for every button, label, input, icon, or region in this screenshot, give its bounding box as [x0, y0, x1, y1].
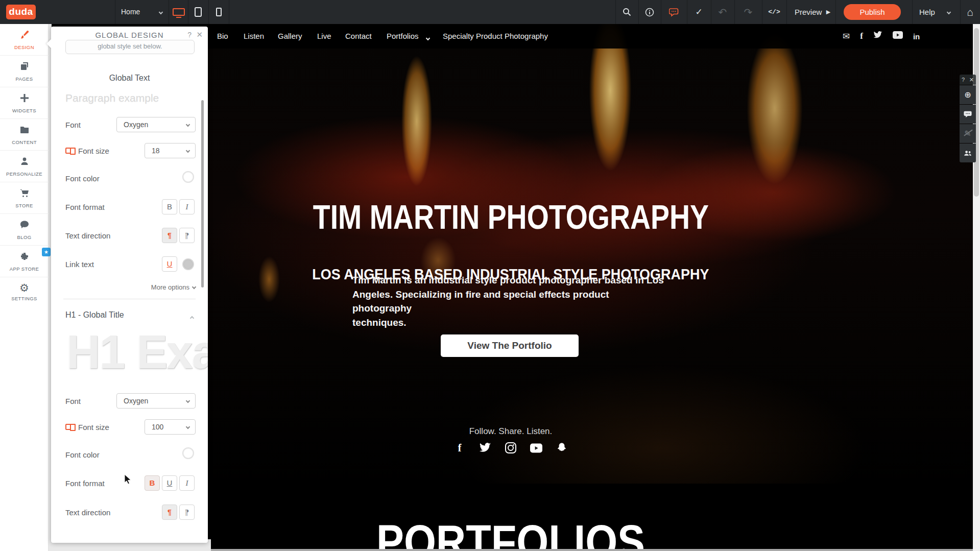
page-selector[interactable]: Home: [121, 0, 140, 24]
dashboard-home-button[interactable]: ⌂: [960, 0, 980, 24]
email-icon[interactable]: ✉: [843, 31, 850, 42]
sidebar-item-store[interactable]: STORE: [0, 182, 49, 214]
help-menu[interactable]: Help: [919, 0, 935, 24]
h1-bold-button[interactable]: B: [145, 475, 160, 491]
divider: [229, 0, 229, 24]
chevron-down-icon[interactable]: [426, 35, 429, 40]
undo-button[interactable]: ↶: [711, 0, 734, 24]
bold-button[interactable]: B: [162, 199, 177, 214]
sidebar-item-settings[interactable]: ⚙ SETTINGS: [0, 277, 49, 309]
sidebar-item-label: PERSONALIZE: [0, 171, 49, 177]
h1-underline-button[interactable]: U: [162, 475, 177, 491]
collapse-section-icon[interactable]: [190, 313, 194, 322]
ltr-direction-button[interactable]: ¶: [162, 228, 177, 243]
h1-rtl-direction-button[interactable]: ¶: [179, 505, 195, 520]
link-underline-button[interactable]: U: [162, 256, 177, 272]
header-social-icons: ✉ f in: [843, 29, 920, 43]
search-button[interactable]: [615, 0, 638, 24]
snapchat-icon[interactable]: [556, 442, 568, 454]
panel-close-icon[interactable]: ✕: [196, 30, 203, 39]
font-label: Font: [65, 397, 81, 405]
save-check-button[interactable]: ✓: [687, 0, 711, 24]
sidebar-item-content[interactable]: CONTENT: [0, 119, 49, 151]
facebook-icon[interactable]: f: [453, 442, 466, 454]
sidebar-item-app-store[interactable]: ★ APP STORE: [0, 246, 49, 277]
mobile-view-button[interactable]: [210, 0, 227, 24]
divider: [115, 0, 115, 24]
font-size-select[interactable]: 18: [145, 143, 196, 158]
tablet-view-button[interactable]: [189, 0, 207, 24]
font-select[interactable]: Oxygen: [116, 117, 196, 132]
puzzle-icon: [19, 251, 30, 261]
nav-item-live[interactable]: Live: [317, 24, 331, 49]
h1-font-size-select[interactable]: 100: [145, 419, 196, 435]
redo-button[interactable]: ↷: [734, 0, 762, 24]
pages-icon: [19, 61, 30, 71]
text-direction-label: Text direction: [65, 231, 110, 240]
publish-button[interactable]: Publish: [844, 4, 901, 20]
view-portfolio-button[interactable]: View The Portfolio: [441, 334, 579, 357]
instagram-icon[interactable]: [505, 442, 517, 454]
feedback-chat-button[interactable]: [661, 0, 687, 24]
sidebar-item-blog[interactable]: BLOG: [0, 214, 49, 246]
toolbar-help[interactable]: ?: [962, 77, 965, 83]
toolbar-close-icon[interactable]: ✕: [969, 77, 974, 83]
speech-bubble-icon: [19, 220, 30, 230]
h1-ltr-direction-button[interactable]: ¶: [162, 505, 177, 520]
font-color-swatch[interactable]: [182, 171, 194, 183]
preview-button[interactable]: Preview: [795, 0, 822, 24]
nav-item-specialty[interactable]: Specialty Product Photography: [443, 24, 548, 49]
dev-mode-button[interactable]: </>: [762, 0, 786, 24]
chevron-down-icon: [192, 285, 196, 289]
h1-font-select[interactable]: Oxygen: [116, 393, 196, 409]
hide-annotations-button[interactable]: ✎: [960, 124, 976, 143]
youtube-icon[interactable]: [530, 442, 542, 454]
twitter-icon[interactable]: [479, 442, 491, 454]
link-color-swatch[interactable]: [182, 258, 194, 270]
nav-item-contact[interactable]: Contact: [345, 24, 372, 49]
font-color-label: Font color: [65, 174, 100, 183]
chevron-down-icon[interactable]: [156, 0, 166, 24]
collaborators-button[interactable]: [960, 143, 976, 162]
linkedin-icon[interactable]: in: [913, 32, 920, 41]
responsive-devices-icon: [65, 424, 74, 430]
duda-logo[interactable]: duda: [6, 5, 36, 19]
nav-item-bio[interactable]: Bio: [217, 24, 228, 49]
facebook-icon[interactable]: f: [860, 31, 863, 41]
duda-editor: duda Home ✓ ↶ ↷ </> Preview ▶: [0, 0, 980, 551]
youtube-icon[interactable]: [893, 31, 903, 41]
panel-scrollbar[interactable]: [201, 100, 204, 288]
sidebar-item-design[interactable]: DESIGN: [0, 24, 49, 56]
h1-italic-button[interactable]: I: [179, 475, 195, 491]
sidebar-item-pages[interactable]: PAGES: [0, 56, 49, 87]
nav-item-gallery[interactable]: Gallery: [278, 24, 302, 49]
info-button[interactable]: [638, 0, 661, 24]
sidebar-item-personalize[interactable]: PERSONALIZE: [0, 151, 49, 182]
folder-icon: [19, 125, 30, 135]
sidebar-item-widgets[interactable]: WIDGETS: [0, 87, 49, 119]
h1-font-color-swatch[interactable]: [182, 447, 194, 459]
link-text-label: Link text: [65, 260, 94, 269]
sidebar-item-label: APP STORE: [0, 266, 49, 272]
desktop-icon: [173, 8, 185, 16]
comments-button[interactable]: [960, 105, 976, 124]
sidebar-item-label: CONTENT: [0, 139, 49, 145]
font-color-label: Font color: [65, 450, 100, 459]
h1-section-heading: H1 - Global Title: [65, 310, 124, 320]
nav-item-portfolios[interactable]: Portfolios: [387, 24, 419, 49]
more-options-link[interactable]: More options: [151, 283, 196, 291]
nav-item-listen[interactable]: Listen: [244, 24, 264, 49]
chevron-down-icon: [186, 399, 190, 403]
twitter-icon[interactable]: [873, 31, 882, 41]
sidebar-item-label: BLOG: [0, 234, 49, 240]
chevron-down-icon[interactable]: [944, 0, 954, 24]
responsive-devices-icon: [65, 148, 74, 154]
font-size-label: Font size: [78, 423, 109, 432]
gear-icon: ⚙: [0, 283, 49, 293]
play-icon: ▶: [824, 0, 832, 24]
rtl-direction-button[interactable]: ¶: [179, 228, 195, 243]
italic-button[interactable]: I: [179, 199, 195, 214]
desktop-view-button[interactable]: [171, 0, 187, 24]
add-comment-button[interactable]: ⊕: [960, 85, 976, 104]
panel-help-icon[interactable]: ?: [187, 31, 192, 39]
